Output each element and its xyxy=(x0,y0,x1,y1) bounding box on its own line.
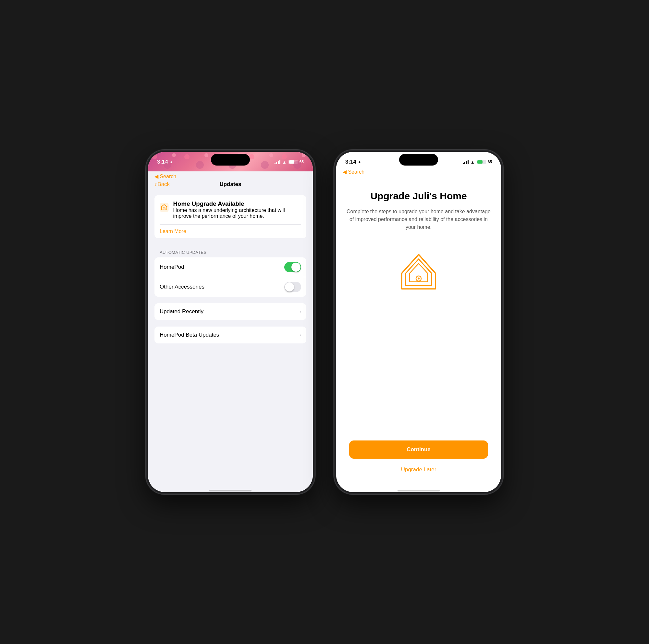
homepod-beta-label: HomePod Beta Updates xyxy=(160,332,219,338)
updated-recently-chevron: › xyxy=(300,309,301,314)
nav-bar-1: ◀ Search ‹ Back Updates xyxy=(148,171,313,191)
location-arrow-2: ▲ xyxy=(358,160,361,164)
dynamic-island-1 xyxy=(211,154,250,166)
upgrade-card: Home Upgrade Available Home has a new un… xyxy=(155,195,306,238)
upgrade-card-text: Home Upgrade Available Home has a new un… xyxy=(173,200,301,219)
wifi-icon-1: ▲ xyxy=(282,160,287,165)
svg-line-11 xyxy=(409,264,419,273)
battery-1 xyxy=(289,160,298,164)
bottom-actions: Continue Upgrade Later xyxy=(346,440,491,476)
toggle-group: HomePod Other Accessories xyxy=(155,257,306,297)
status-time-1: 3:14 xyxy=(157,159,168,165)
svg-line-12 xyxy=(419,264,428,273)
learn-more-button[interactable]: Learn More xyxy=(155,225,306,238)
search-back-2[interactable]: ◀ Search xyxy=(336,168,501,178)
back-button-1[interactable]: ‹ Back xyxy=(155,181,170,188)
back-label-1[interactable]: Back xyxy=(158,181,170,187)
upgrade-card-desc: Home has a new underlying architecture t… xyxy=(173,207,301,219)
upgrade-later-button[interactable]: Upgrade Later xyxy=(349,464,488,476)
auto-updates-header: AUTOMATIC UPDATES xyxy=(155,245,306,257)
homepod-toggle[interactable] xyxy=(284,262,301,272)
homepod-beta-row[interactable]: HomePod Beta Updates › xyxy=(155,327,306,343)
home-icon-large xyxy=(393,247,444,299)
nav-title-1: Updates xyxy=(219,181,241,187)
other-accessories-row: Other Accessories xyxy=(155,277,306,297)
updated-recently-label: Updated Recently xyxy=(160,308,204,315)
svg-point-14 xyxy=(418,277,420,280)
screen-1: 3:14 ▲ ▲ 65 xyxy=(148,152,313,492)
home-icon-small xyxy=(160,200,169,215)
search-back-1[interactable]: ◀ Search xyxy=(148,171,313,181)
homepod-row: HomePod xyxy=(155,257,306,277)
screen-2: 3:14 ▲ ▲ 65 xyxy=(336,152,501,492)
dynamic-island-2 xyxy=(399,154,438,166)
status-time-2: 3:14 xyxy=(345,159,356,165)
upgrade-card-header: Home Upgrade Available Home has a new un… xyxy=(160,200,301,219)
other-accessories-label: Other Accessories xyxy=(160,284,205,290)
home-indicator-2 xyxy=(397,490,440,491)
homepod-label: HomePod xyxy=(160,264,184,270)
signal-bars-2 xyxy=(463,160,469,164)
svg-point-3 xyxy=(164,208,165,209)
upgrade-desc: Complete the steps to upgrade your home … xyxy=(346,208,491,231)
homepod-toggle-thumb xyxy=(291,263,301,272)
battery-text-2: 65 xyxy=(488,160,492,164)
continue-button[interactable]: Continue xyxy=(349,440,488,459)
other-accessories-toggle[interactable] xyxy=(284,282,301,292)
signal-bars-1 xyxy=(274,160,280,164)
phone-2: 3:14 ▲ ▲ 65 xyxy=(334,150,503,494)
upgrade-title: Upgrade Juli's Home xyxy=(370,190,467,201)
other-accessories-toggle-thumb xyxy=(285,283,294,292)
upgrade-card-inner: Home Upgrade Available Home has a new un… xyxy=(155,195,306,224)
battery-text-1: 65 xyxy=(300,160,304,164)
location-arrow-1: ▲ xyxy=(169,160,173,164)
home-indicator-1 xyxy=(209,490,252,491)
main-content-1: Home Upgrade Available Home has a new un… xyxy=(148,191,313,492)
svg-line-6 xyxy=(419,255,435,273)
svg-line-5 xyxy=(402,255,419,273)
battery-2 xyxy=(477,160,486,164)
upgrade-content: Upgrade Juli's Home Complete the steps t… xyxy=(336,178,501,485)
homepod-beta-chevron: › xyxy=(300,332,301,338)
wifi-icon-2: ▲ xyxy=(471,160,475,165)
updated-recently-row[interactable]: Updated Recently › xyxy=(155,303,306,320)
phone-1: 3:14 ▲ ▲ 65 xyxy=(146,150,315,494)
upgrade-card-title: Home Upgrade Available xyxy=(173,200,301,207)
